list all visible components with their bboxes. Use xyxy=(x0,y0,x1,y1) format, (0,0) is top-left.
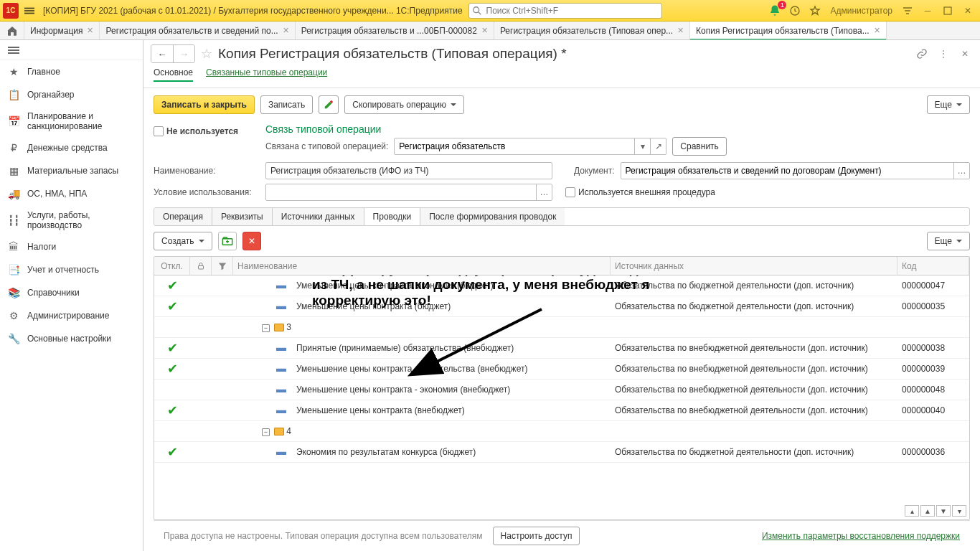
favorites-button[interactable] xyxy=(806,3,824,19)
maximize-button[interactable] xyxy=(938,3,957,19)
grid-nav-top[interactable]: ▴ xyxy=(905,505,919,517)
configure-access-button[interactable]: Настроить доступ xyxy=(493,527,580,545)
sidebar-item-catalogs[interactable]: 📚Справочники xyxy=(0,281,143,304)
close-icon[interactable]: ✕ xyxy=(874,26,880,35)
col-name[interactable]: Наименование xyxy=(233,257,611,275)
link-section-title: Связь типовой операции xyxy=(265,122,970,135)
folder-plus-icon xyxy=(222,235,233,247)
linked-label: Связана с типовой операцией: xyxy=(265,141,388,151)
table-row[interactable]: − 3 xyxy=(154,317,969,338)
write-and-close-button[interactable]: Записать и закрыть xyxy=(154,95,255,114)
table-row[interactable]: ✔▬Экономия по результатам конкурса (бюдж… xyxy=(154,442,969,463)
write-button[interactable]: Записать xyxy=(260,95,313,114)
main-tab[interactable]: Регистрация обязательств и ...00БП-00008… xyxy=(296,22,494,39)
collapse-icon[interactable]: − xyxy=(262,324,270,332)
collapse-icon[interactable]: − xyxy=(262,428,270,436)
favorite-toggle[interactable]: ☆ xyxy=(201,46,212,62)
menu-lines-icon xyxy=(902,5,913,17)
main-tab[interactable]: Информация✕ xyxy=(24,22,100,39)
col-filter[interactable] xyxy=(212,257,233,275)
close-icon[interactable]: ✕ xyxy=(481,26,488,35)
ellipsis-icon[interactable]: … xyxy=(536,184,552,200)
table-row[interactable]: ✔▬Уменьшение цены контракта (бюджет)Обяз… xyxy=(154,296,969,317)
grid-more-button[interactable]: Еще xyxy=(927,232,970,250)
close-icon[interactable]: ✕ xyxy=(87,26,93,35)
nav-forward-button[interactable]: → xyxy=(173,45,194,62)
grid-nav-down[interactable]: ▼ xyxy=(936,505,951,517)
grid-nav-bottom[interactable]: ▾ xyxy=(952,505,966,517)
table-row[interactable]: ✔▬Уменьшение цены контракта (внебюджет)О… xyxy=(154,400,969,421)
close-icon[interactable]: ✕ xyxy=(283,26,289,35)
document-input[interactable]: … xyxy=(621,162,970,179)
appmenu-button[interactable] xyxy=(22,3,37,19)
open-icon[interactable]: ↗ xyxy=(650,138,666,154)
close-button[interactable]: ✕ xyxy=(958,3,977,19)
nav-back-button[interactable]: ← xyxy=(151,45,173,62)
copy-operation-button[interactable]: Скопировать операцию xyxy=(344,95,464,114)
name-label: Наименование: xyxy=(154,166,260,176)
sidebar-item-admin[interactable]: ⚙Администрирование xyxy=(0,304,143,327)
main-tab[interactable]: Регистрация обязательств и сведений по..… xyxy=(100,22,295,39)
form-more-button[interactable]: ⋮ xyxy=(936,46,951,62)
main-tab[interactable]: Регистрация обязательств (Типовая опер..… xyxy=(494,22,690,39)
table-row[interactable]: ✔▬Принятые (принимаемые) обязательства (… xyxy=(154,338,969,359)
table-row[interactable]: − 4 xyxy=(154,421,969,442)
name-input[interactable] xyxy=(265,162,552,179)
linked-operation-input[interactable]: ▾ ↗ xyxy=(394,138,666,155)
subnav-main[interactable]: Основное xyxy=(154,67,193,82)
close-icon[interactable]: ✕ xyxy=(677,26,684,35)
notifications-button[interactable]: 1 xyxy=(765,3,784,19)
home-tab[interactable] xyxy=(0,22,24,39)
sidebar-toggle[interactable] xyxy=(0,40,143,60)
subnav-linked[interactable]: Связанные типовые операции xyxy=(206,67,327,82)
col-source[interactable]: Источник данных xyxy=(611,257,897,275)
sidebar-item-settings[interactable]: 🔧Основные настройки xyxy=(0,327,143,350)
col-lock[interactable] xyxy=(190,257,212,275)
ellipsis-icon[interactable]: … xyxy=(953,163,969,179)
condition-input[interactable]: … xyxy=(265,184,552,201)
col-disabled[interactable]: Откл. xyxy=(154,257,190,275)
edit-pencil-button[interactable] xyxy=(319,95,339,114)
table-row[interactable]: ✔▬Уменьшение цены контракта, обязательст… xyxy=(154,359,969,380)
form-close-button[interactable]: ✕ xyxy=(957,46,973,62)
global-search[interactable] xyxy=(468,3,662,19)
create-button[interactable]: Создать xyxy=(154,232,212,250)
sidebar-item-taxes[interactable]: 🏛Налоги xyxy=(0,235,143,258)
sidebar-item-main[interactable]: ★Главное xyxy=(0,60,143,83)
delete-button[interactable]: ✕ xyxy=(242,232,261,250)
tab-sources[interactable]: Источники данных xyxy=(273,208,364,225)
restore-link[interactable]: Изменить параметры восстановления поддер… xyxy=(762,531,960,541)
tab-requisites[interactable]: Реквизиты xyxy=(212,208,273,225)
external-proc-checkbox[interactable]: Используется внешняя процедура xyxy=(565,187,715,197)
add-group-button[interactable] xyxy=(218,232,237,250)
minimize-button[interactable]: ─ xyxy=(918,3,937,19)
grid-body[interactable]: откорретируем проводку, ифо теперь будет… xyxy=(154,276,969,519)
tab-operation[interactable]: Операция xyxy=(154,208,212,225)
grid-nav-up[interactable]: ▲ xyxy=(920,505,935,517)
not-used-checkbox[interactable]: Не используется xyxy=(154,126,260,136)
user-label[interactable]: Администратор xyxy=(826,3,897,19)
entries-grid[interactable]: Откл. Наименование Источник данных Код о… xyxy=(154,256,970,520)
eagle-icon: 🏛 xyxy=(7,240,20,253)
table-row[interactable]: ✔▬Уменьшение цены контракта, экономия (б… xyxy=(154,276,969,296)
tab-after[interactable]: После формирования проводок xyxy=(420,208,565,225)
sidebar-item-services[interactable]: ┇┇Услуги, работы, производство xyxy=(0,205,143,235)
toolbar-more-button[interactable]: Еще xyxy=(927,95,970,114)
global-search-input[interactable] xyxy=(485,5,661,17)
compare-button[interactable]: Сравнить xyxy=(672,137,726,156)
dropdown-icon[interactable]: ▾ xyxy=(634,138,650,154)
folder-icon xyxy=(274,324,284,331)
link-button[interactable] xyxy=(914,46,930,62)
settings-menu-button[interactable] xyxy=(898,3,917,19)
main-tab[interactable]: Копия Регистрация обязательств (Типова..… xyxy=(690,22,887,39)
sidebar-item-accounting[interactable]: 📑Учет и отчетность xyxy=(0,258,143,281)
sidebar-item-planning[interactable]: 📅Планирование и санкционирование xyxy=(0,106,143,136)
sidebar-item-assets[interactable]: 🚚ОС, НМА, НПА xyxy=(0,182,143,205)
tab-entries[interactable]: Проводки xyxy=(364,208,421,225)
sidebar-item-materials[interactable]: ▦Материальные запасы xyxy=(0,159,143,182)
table-row[interactable]: ▬Уменьшение цены контракта - экономия (в… xyxy=(154,380,969,400)
sidebar-item-organizer[interactable]: 📋Органайзер xyxy=(0,83,143,106)
history-button[interactable] xyxy=(786,3,804,19)
col-code[interactable]: Код xyxy=(897,257,969,275)
sidebar-item-money[interactable]: ₽Денежные средства xyxy=(0,136,143,159)
